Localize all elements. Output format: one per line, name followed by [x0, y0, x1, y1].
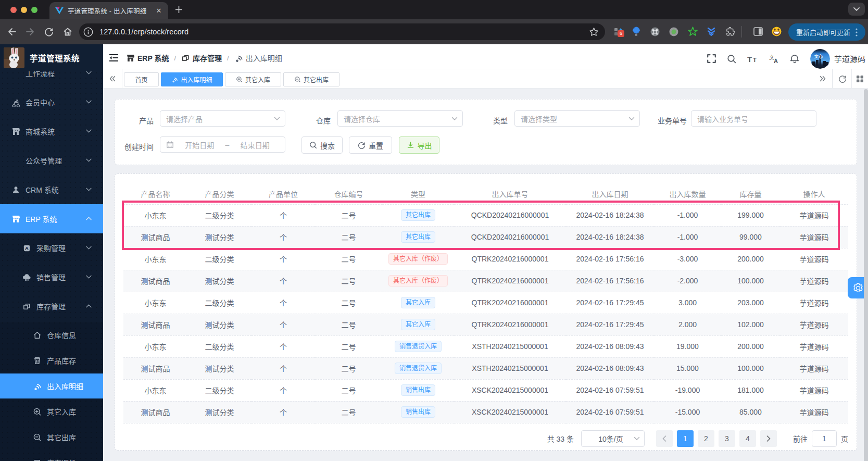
svg-text:T: T [753, 57, 757, 63]
svg-text:文心: 文心 [814, 53, 823, 59]
svg-text:A: A [774, 58, 778, 64]
svg-text:T: T [747, 55, 752, 63]
svg-text:A: A [25, 245, 29, 251]
